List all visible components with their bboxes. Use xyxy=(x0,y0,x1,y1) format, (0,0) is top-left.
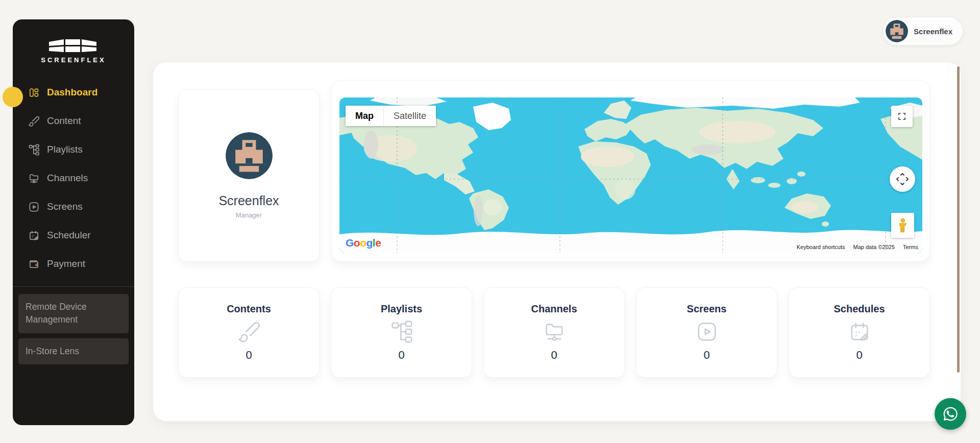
whatsapp-icon xyxy=(942,405,959,423)
stat-value: 0 xyxy=(703,349,709,362)
brand-logo: SCREENFLEX xyxy=(13,19,134,64)
sidebar-item-label: Content xyxy=(47,115,81,127)
stat-label: Schedules xyxy=(834,303,885,315)
sidebar-item-content[interactable]: Content xyxy=(13,107,134,135)
map-type-map-button[interactable]: Map xyxy=(346,106,383,126)
stats-row: Contents 0 Playlists 0 Ch xyxy=(178,287,930,378)
play-square-icon xyxy=(28,201,40,213)
sidebar-item-label: Payment xyxy=(47,258,85,269)
sidebar-item-dashboard[interactable]: Dashboard xyxy=(13,78,134,107)
hierarchy-icon xyxy=(390,320,413,343)
map-type-control: Map Satellite xyxy=(346,106,436,126)
map-fullscreen-button[interactable] xyxy=(891,106,913,127)
stat-label: Screens xyxy=(687,303,727,315)
pegman-streetview-button[interactable] xyxy=(891,213,914,238)
videowall-logo-icon xyxy=(49,38,98,54)
sidebar-item-playlists[interactable]: Playlists xyxy=(13,135,134,164)
stat-card-contents[interactable]: Contents 0 xyxy=(178,287,320,378)
map-type-satellite-button[interactable]: Satellite xyxy=(383,106,436,126)
google-letter: o xyxy=(354,237,360,249)
module-label: In-Store Lens xyxy=(26,346,79,356)
sidebar-item-scheduler[interactable]: Scheduler xyxy=(13,221,134,250)
keyboard-shortcuts-link[interactable]: Keyboard shortcuts xyxy=(797,244,845,250)
profile-role: Manager xyxy=(236,211,262,219)
folder-network-icon xyxy=(543,320,566,343)
stat-value: 0 xyxy=(551,349,557,362)
sidebar-item-label: Dashboard xyxy=(47,87,97,98)
dashboard-page: SCREENFLEX Dashboard Content xyxy=(0,0,980,443)
sidebar-item-label: Scheduler xyxy=(47,230,91,241)
play-square-icon xyxy=(695,320,719,343)
stat-value: 0 xyxy=(856,349,862,362)
stat-label: Playlists xyxy=(381,303,422,315)
calendar-edit-icon xyxy=(28,230,40,241)
dashboard-icon xyxy=(28,87,40,99)
profile-avatar xyxy=(226,132,273,179)
user-menu-pill[interactable]: Screenflex xyxy=(883,17,963,45)
sidebar-item-label: Playlists xyxy=(47,144,83,155)
vertical-scrollbar[interactable] xyxy=(957,66,960,373)
sidebar-item-label: Screens xyxy=(47,201,83,212)
google-letter: G xyxy=(346,237,354,249)
folder-network-icon xyxy=(28,173,40,184)
stat-value: 0 xyxy=(246,349,252,362)
map-card: Map Satellite xyxy=(331,80,930,262)
user-name: Screenflex xyxy=(914,27,952,36)
google-logo[interactable]: Google xyxy=(346,237,381,249)
hierarchy-icon xyxy=(28,144,40,156)
user-avatar xyxy=(886,20,908,42)
profile-card: Screenflex Manager xyxy=(178,89,320,262)
sidebar-item-channels[interactable]: Channels xyxy=(13,164,134,192)
stat-card-schedules[interactable]: Schedules 0 xyxy=(789,287,930,378)
pegman-icon xyxy=(897,218,909,233)
calendar-edit-icon xyxy=(848,320,871,343)
brand-name: SCREENFLEX xyxy=(41,56,106,64)
sidebar-item-payment[interactable]: Payment xyxy=(13,250,134,278)
wallet-icon xyxy=(28,258,40,270)
map-data-label: Map data ©2025 xyxy=(853,244,895,250)
sidebar-divider xyxy=(13,286,134,287)
sidebar-module-remote-device-management[interactable]: Remote Device Management xyxy=(18,294,129,333)
stat-value: 0 xyxy=(398,349,404,362)
map-pan-control[interactable] xyxy=(890,166,915,192)
google-map[interactable]: Map Satellite xyxy=(339,97,922,253)
main-content-card: Screenflex Manager xyxy=(153,62,961,421)
module-label: Remote Device Management xyxy=(26,302,87,325)
google-letter: g xyxy=(366,237,373,249)
stat-card-screens[interactable]: Screens 0 xyxy=(636,287,777,378)
stat-label: Channels xyxy=(531,303,577,315)
sidebar-item-screens[interactable]: Screens xyxy=(13,192,134,221)
fullscreen-icon xyxy=(897,112,906,121)
stat-label: Contents xyxy=(227,303,271,315)
google-letter: o xyxy=(360,237,366,249)
map-attribution: Keyboard shortcuts Map data ©2025 Terms xyxy=(797,244,918,250)
terms-link[interactable]: Terms xyxy=(903,244,918,250)
google-letter: e xyxy=(375,237,381,249)
stat-card-playlists[interactable]: Playlists 0 xyxy=(331,287,472,378)
sidebar: SCREENFLEX Dashboard Content xyxy=(13,19,134,425)
paintbrush-icon xyxy=(28,115,40,127)
sidebar-module-in-store-lens[interactable]: In-Store Lens xyxy=(18,338,129,364)
pan-arrows-icon xyxy=(895,171,910,187)
paintbrush-icon xyxy=(237,320,261,343)
sidebar-item-label: Channels xyxy=(47,173,88,184)
profile-name: Screenflex xyxy=(218,193,279,208)
whatsapp-chat-button[interactable] xyxy=(935,398,966,430)
stat-card-channels[interactable]: Channels 0 xyxy=(483,287,625,378)
sidebar-menu: Dashboard Content Playlists xyxy=(13,78,134,278)
